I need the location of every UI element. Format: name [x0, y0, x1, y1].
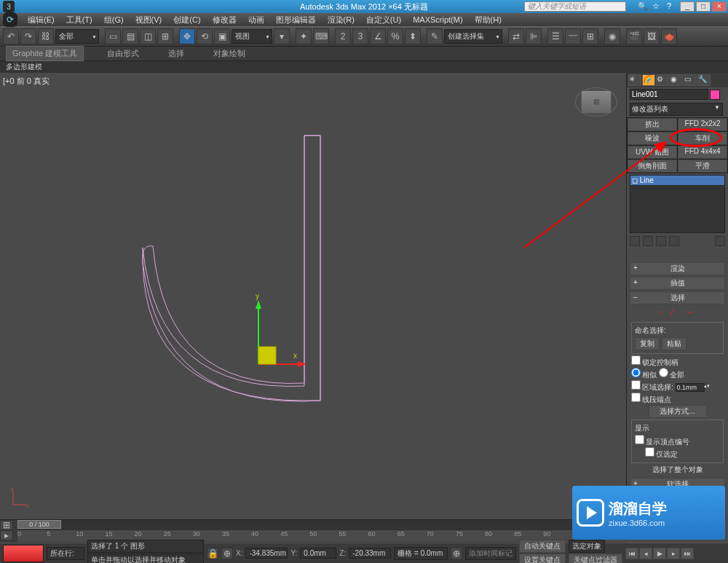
lock-handles-checkbox[interactable]: [631, 355, 641, 365]
configure-sets-icon[interactable]: [715, 236, 725, 246]
filter-keys-icon[interactable]: ⊞: [0, 520, 13, 530]
show-vtx-num-checkbox[interactable]: [635, 435, 644, 444]
ribbon-tab-freeform[interactable]: 自由形式: [101, 47, 145, 60]
schematic-icon[interactable]: ⊞: [582, 28, 598, 44]
copy-button[interactable]: 复制: [635, 337, 660, 350]
align-icon[interactable]: ⊫: [526, 28, 542, 44]
undo-icon[interactable]: ↶: [3, 28, 19, 44]
maximize-button[interactable]: □: [696, 1, 711, 12]
keyboard-shortcut-icon[interactable]: ⌨: [313, 28, 329, 44]
area-sel-spinner[interactable]: 0.1mm: [676, 383, 705, 392]
select-icon[interactable]: ▭: [105, 28, 121, 44]
mod-btn-uvw[interactable]: UVW 贴图: [628, 146, 677, 159]
display-tab-icon[interactable]: ▭: [684, 74, 697, 86]
menu-customize[interactable]: 自定义(U): [360, 15, 407, 25]
mirror-icon[interactable]: ⇄: [508, 28, 524, 44]
rotate-icon[interactable]: ⟲: [197, 28, 213, 44]
mod-btn-smooth[interactable]: 平滑: [678, 160, 727, 173]
render-icon[interactable]: 🫖: [661, 28, 677, 44]
pivot-icon[interactable]: ▾: [274, 28, 290, 44]
edit-named-sel-icon[interactable]: ✎: [427, 28, 443, 44]
render-frame-icon[interactable]: 🖼: [644, 28, 660, 44]
create-tab-icon[interactable]: ✳: [628, 74, 641, 86]
only-sel-checkbox[interactable]: [645, 447, 654, 457]
lock-selection-icon[interactable]: 🔒: [207, 548, 218, 559]
time-slider-thumb[interactable]: 0 / 100: [17, 520, 61, 529]
seg-end-checkbox[interactable]: [631, 393, 641, 402]
info-icon[interactable]: ?: [667, 1, 677, 12]
manipulate-icon[interactable]: ✦: [296, 28, 312, 44]
select-name-icon[interactable]: ▤: [122, 28, 138, 44]
app-menu-icon[interactable]: ⟳: [3, 12, 17, 27]
mod-btn-lathe[interactable]: 车削: [678, 132, 727, 145]
similar-radio[interactable]: [631, 368, 641, 377]
spinner-snap-icon[interactable]: ⬍: [405, 28, 421, 44]
move-gizmo[interactable]: y x: [237, 291, 309, 380]
prev-frame-icon[interactable]: ◂: [639, 548, 652, 559]
add-time-tag[interactable]: 添加时间标记: [465, 547, 516, 560]
time-slider[interactable]: 0 / 100: [17, 520, 626, 530]
menu-modifiers[interactable]: 修改器: [207, 15, 242, 25]
mod-btn-ffd4[interactable]: FFD 4x4x4: [678, 146, 727, 159]
menu-group[interactable]: 组(G): [98, 15, 130, 25]
snap-3d-icon[interactable]: 3: [352, 28, 368, 44]
ref-coord-dropdown[interactable]: 视图: [232, 29, 272, 44]
scale-icon[interactable]: ▣: [214, 28, 230, 44]
minimize-button[interactable]: _: [680, 1, 695, 12]
goto-start-icon[interactable]: ⏮: [625, 548, 638, 559]
time-tag-icon[interactable]: ⊕: [451, 548, 462, 559]
close-button[interactable]: ×: [712, 1, 727, 12]
mod-btn-ffd2[interactable]: FFD 2x2x2: [678, 118, 727, 131]
material-editor-icon[interactable]: ◉: [604, 28, 620, 44]
make-unique-icon[interactable]: [656, 236, 666, 246]
curve-editor-icon[interactable]: 〰: [565, 28, 581, 44]
render-setup-icon[interactable]: 🎬: [626, 28, 642, 44]
y-coord-input[interactable]: 0.0mm: [300, 548, 336, 559]
paste-button[interactable]: 粘贴: [662, 337, 687, 350]
auto-key-button[interactable]: 自动关键点: [519, 540, 566, 553]
motion-tab-icon[interactable]: ◉: [670, 74, 683, 86]
menu-render[interactable]: 渲染(R): [322, 15, 360, 25]
ribbon-tab-graphite[interactable]: Graphite 建模工具: [6, 46, 84, 61]
select-region-icon[interactable]: ◫: [140, 28, 156, 44]
object-name-input[interactable]: Line001: [630, 89, 708, 100]
redo-icon[interactable]: ↷: [20, 28, 36, 44]
rollout-select[interactable]: 选择: [630, 291, 725, 304]
filter-dropdown[interactable]: 全部: [55, 29, 99, 44]
percent-snap-icon[interactable]: %: [387, 28, 403, 44]
utilities-tab-icon[interactable]: 🔧: [697, 74, 711, 86]
next-frame-icon[interactable]: ▸: [667, 548, 680, 559]
modifier-stack[interactable]: Line: [630, 175, 725, 233]
set-key-button[interactable]: 设置关键点: [519, 554, 566, 563]
layer-icon[interactable]: ☰: [547, 28, 563, 44]
mod-btn-noise[interactable]: 噪波: [628, 132, 677, 145]
menu-help[interactable]: 帮助(H): [469, 15, 507, 25]
segment-subobj-icon[interactable]: ∕: [672, 309, 684, 319]
help-search-input[interactable]: 键入关键字或短语: [524, 1, 626, 12]
snap-2d-icon[interactable]: 2: [335, 28, 351, 44]
menu-graph[interactable]: 图形编辑器: [270, 15, 322, 25]
rollout-interp[interactable]: 插值: [630, 277, 725, 290]
search-icon[interactable]: 🔍: [638, 1, 648, 12]
viewport-label[interactable]: [+0 前 0 真实: [3, 76, 50, 87]
ribbon-tab-paint[interactable]: 对象绘制: [207, 47, 251, 60]
menu-views[interactable]: 视图(V): [130, 15, 168, 25]
modify-tab-icon[interactable]: 🌈: [642, 74, 655, 86]
rollout-render[interactable]: 渲染: [630, 262, 725, 275]
app-logo-icon[interactable]: 3: [3, 1, 15, 12]
viewcube[interactable]: 前: [581, 90, 612, 114]
mod-btn-bevel[interactable]: 倒角剖面: [628, 160, 677, 173]
show-end-result-icon[interactable]: [643, 236, 653, 246]
vertex-subobj-icon[interactable]: ⁘: [657, 309, 669, 319]
abs-rel-icon[interactable]: ⊕: [221, 548, 233, 559]
help-icon[interactable]: ☆: [652, 1, 662, 12]
move-icon[interactable]: ✥: [179, 28, 195, 44]
angle-snap-icon[interactable]: ∠: [370, 28, 386, 44]
link-icon[interactable]: ⛓: [38, 28, 54, 44]
stack-item-line[interactable]: Line: [630, 176, 724, 185]
ribbon-tab-select[interactable]: 选择: [162, 47, 190, 60]
named-sel-dropdown[interactable]: 创建选择集: [444, 29, 502, 44]
key-filter-button[interactable]: 关键点过滤器: [569, 554, 622, 563]
menu-animation[interactable]: 动画: [242, 15, 270, 25]
remove-mod-icon[interactable]: [669, 236, 679, 246]
